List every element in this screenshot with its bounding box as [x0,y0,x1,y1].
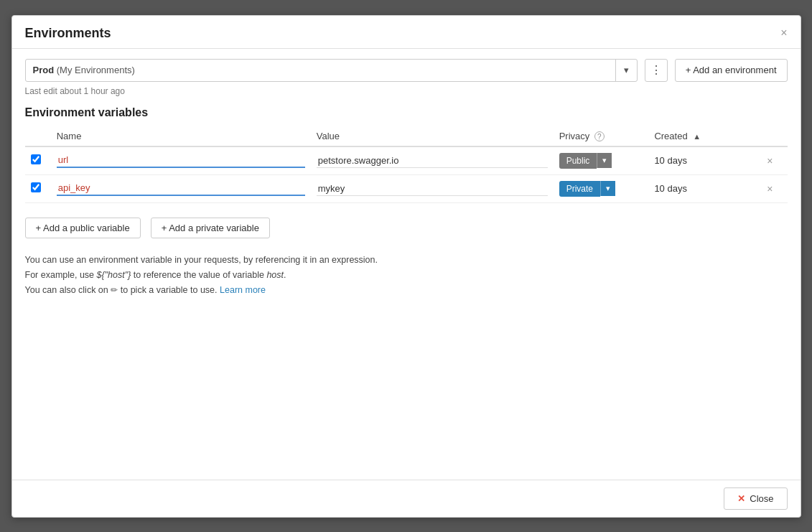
close-label: Close [750,493,773,504]
row-1-created-text: 10 days [654,183,687,194]
modal-title: Environments [25,26,111,41]
modal-header: Environments × [12,16,801,49]
env-name: Prod [33,65,55,75]
env-more-button[interactable]: ⋮ [645,59,668,82]
col-header-value: Value [311,126,554,146]
info-line1: You can use an environment variable in y… [25,253,788,268]
row-created-cell: 10 days [648,146,761,175]
environments-modal: Environments × Prod (My Environments) ▾ … [11,15,801,518]
learn-more-link[interactable]: Learn more [220,285,266,295]
modal-body: Prod (My Environments) ▾ ⋮ + Add an envi… [12,49,801,480]
add-public-variable-button[interactable]: + Add a public variable [25,218,141,238]
row-0-privacy-dropdown-button[interactable]: ▾ [597,153,612,168]
row-0-name-input[interactable] [57,153,305,168]
row-name-cell [51,146,311,175]
col-header-created[interactable]: Created ▲ [648,126,761,146]
variables-table: Name Value Privacy ? Created ▲ Public▾10… [25,126,788,203]
row-created-cell: 10 days [648,174,761,202]
row-delete-cell: × [761,146,787,175]
row-value-cell [311,174,554,202]
row-1-checkbox[interactable] [31,182,41,192]
env-dropdown-arrow[interactable]: ▾ [615,60,637,81]
row-checkbox-cell [25,146,51,175]
col-header-name: Name [51,126,311,146]
env-dropdown[interactable]: Prod (My Environments) ▾ [25,59,638,82]
env-dropdown-label: Prod (My Environments) [26,65,615,75]
env-selector-row: Prod (My Environments) ▾ ⋮ + Add an envi… [25,59,788,82]
col-header-del [761,126,787,146]
env-group: (My Environments) [57,65,135,75]
row-0-privacy-group: Public▾ [559,153,643,169]
col-header-check [25,126,51,146]
row-privacy-cell: Private▾ [554,174,649,202]
row-1-delete-button[interactable]: × [767,183,773,195]
modal-footer: ✕ Close [12,480,801,517]
last-edit-text: Last edit about 1 hour ago [25,86,788,96]
modal-close-x-button[interactable]: × [780,27,787,39]
add-buttons-row: + Add a public variable + Add a private … [25,218,788,238]
pencil-icon: ✏ [111,285,118,295]
row-checkbox-cell [25,174,51,202]
row-1-privacy-dropdown-button[interactable]: ▾ [600,181,615,196]
row-0-privacy-label-button[interactable]: Public [559,153,597,169]
row-1-privacy-group: Private▾ [559,181,643,197]
table-row: Public▾10 days× [25,146,788,175]
row-delete-cell: × [761,174,787,202]
info-line2: For example, use ${"host"} to reference … [25,268,788,283]
row-1-value-input[interactable] [317,182,548,196]
table-row: Private▾10 days× [25,174,788,202]
sort-icon: ▲ [693,132,701,141]
row-name-cell [51,174,311,202]
add-private-variable-button[interactable]: + Add a private variable [151,218,270,238]
close-x-icon: ✕ [737,493,745,504]
add-environment-button[interactable]: + Add an environment [675,59,788,82]
close-button[interactable]: ✕ Close [724,487,787,510]
section-title: Environment variables [25,106,788,119]
row-value-cell [311,146,554,175]
table-header-row: Name Value Privacy ? Created ▲ [25,126,788,146]
privacy-help-icon: ? [594,131,605,141]
info-text: You can use an environment variable in y… [25,253,788,299]
row-1-privacy-label-button[interactable]: Private [559,181,600,197]
row-0-created-text: 10 days [654,155,687,166]
row-0-checkbox[interactable] [31,154,41,164]
col-header-privacy: Privacy ? [554,126,649,146]
info-line3: You can also click on ✏ to pick a variab… [25,283,788,298]
row-0-value-input[interactable] [317,154,548,168]
row-0-delete-button[interactable]: × [767,155,773,167]
row-privacy-cell: Public▾ [554,146,649,175]
row-1-name-input[interactable] [57,181,305,196]
